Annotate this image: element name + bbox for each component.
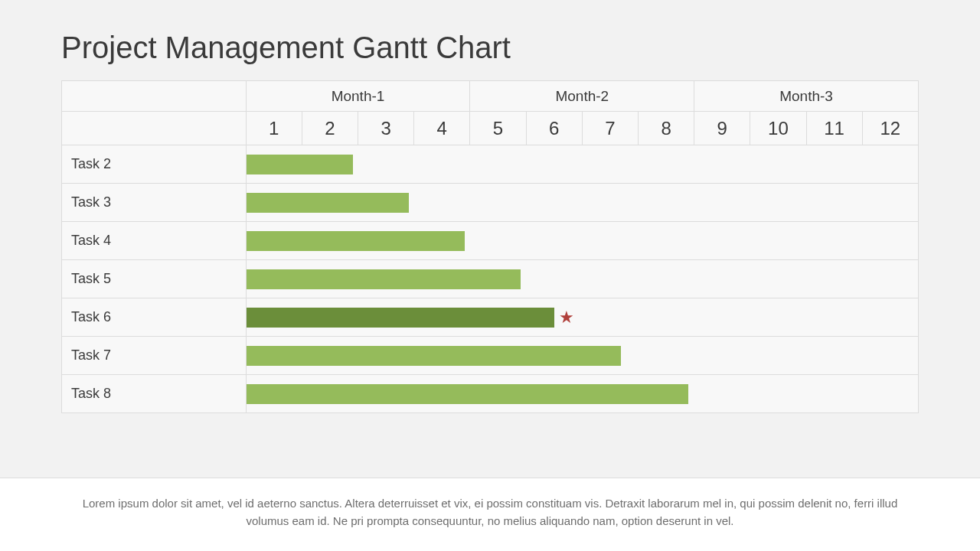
page-title: Project Management Gantt Chart: [61, 31, 919, 65]
week-header: 7: [582, 112, 638, 145]
task-label: Task 5: [62, 260, 247, 298]
month-header: Month-2: [470, 81, 694, 112]
month-header: Month-3: [694, 81, 919, 112]
gantt-track: [246, 375, 918, 413]
footer-text: Lorem ipsum dolor sit amet, vel id aeter…: [69, 495, 911, 530]
gantt-track: ★: [246, 298, 918, 337]
task-label: Task 8: [62, 375, 247, 413]
slide-footer: Lorem ipsum dolor sit amet, vel id aeter…: [0, 478, 980, 551]
gantt-row: Task 2: [62, 145, 919, 184]
week-header: 4: [414, 112, 470, 145]
task-label: Task 7: [62, 337, 247, 375]
task-label: Task 3: [62, 184, 247, 222]
gantt-track: [246, 222, 918, 260]
gantt-row: Task 3: [62, 184, 919, 222]
week-header: 2: [302, 112, 358, 145]
gantt-row: Task 6★: [62, 298, 919, 337]
gantt-row: Task 4: [62, 222, 919, 260]
gantt-bar: [247, 384, 689, 404]
gantt-track: [246, 337, 918, 375]
gantt-bar: [247, 193, 409, 213]
week-header: 3: [358, 112, 414, 145]
gantt-week-row: 1 2 3 4 5 6 7 8 9 10 11 12: [62, 112, 919, 145]
milestone-star-icon: ★: [559, 308, 574, 325]
gantt-chart: Month-1 Month-2 Month-3 1 2 3 4 5 6 7 8 …: [61, 80, 919, 413]
gantt-bar: [247, 231, 465, 251]
week-header: 5: [470, 112, 526, 145]
gantt-table: Month-1 Month-2 Month-3 1 2 3 4 5 6 7 8 …: [61, 80, 919, 413]
week-header: 9: [694, 112, 750, 145]
week-header: 1: [246, 112, 302, 145]
week-header: 12: [862, 112, 918, 145]
gantt-month-row: Month-1 Month-2 Month-3: [62, 81, 919, 112]
gantt-track: [246, 145, 918, 184]
task-label: Task 6: [62, 298, 247, 337]
task-label: Task 2: [62, 145, 247, 184]
gantt-row: Task 8: [62, 375, 919, 413]
gantt-bar: [247, 155, 353, 174]
gantt-bar: [247, 269, 521, 289]
gantt-track: [246, 184, 918, 222]
week-header: 11: [806, 112, 862, 145]
month-header: Month-1: [246, 81, 470, 112]
gantt-row: Task 7: [62, 337, 919, 375]
task-label: Task 4: [62, 222, 247, 260]
week-header: 6: [526, 112, 582, 145]
gantt-bar: [247, 308, 554, 328]
week-header: 10: [750, 112, 806, 145]
gantt-row: Task 5: [62, 260, 919, 298]
week-header: 8: [638, 112, 694, 145]
gantt-track: [246, 260, 918, 298]
gantt-bar: [247, 346, 622, 366]
